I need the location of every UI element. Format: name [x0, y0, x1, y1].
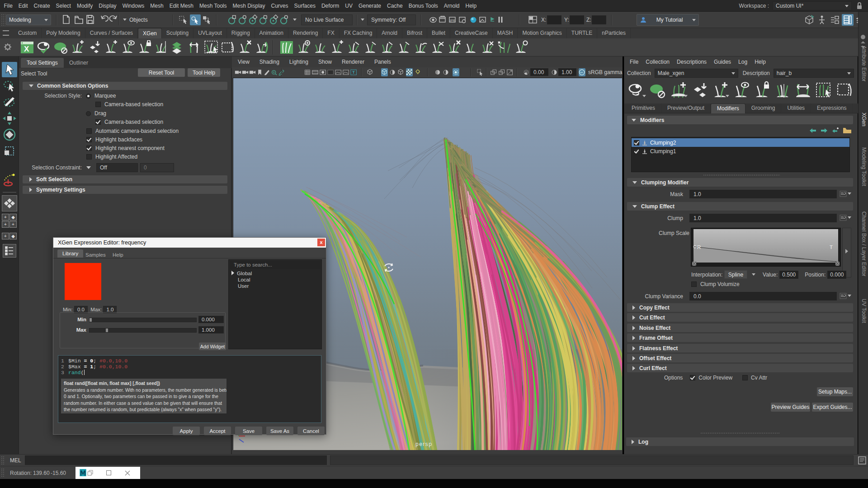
svg-text:R: R [697, 244, 701, 250]
svg-text:T: T [830, 244, 833, 250]
svg-text:persp: persp [415, 441, 433, 447]
svg-text:X: X [24, 45, 29, 53]
svg-text:T: T [352, 70, 355, 75]
svg-text:on: on [580, 71, 583, 74]
svg-text:IPR: IPR [450, 19, 455, 22]
